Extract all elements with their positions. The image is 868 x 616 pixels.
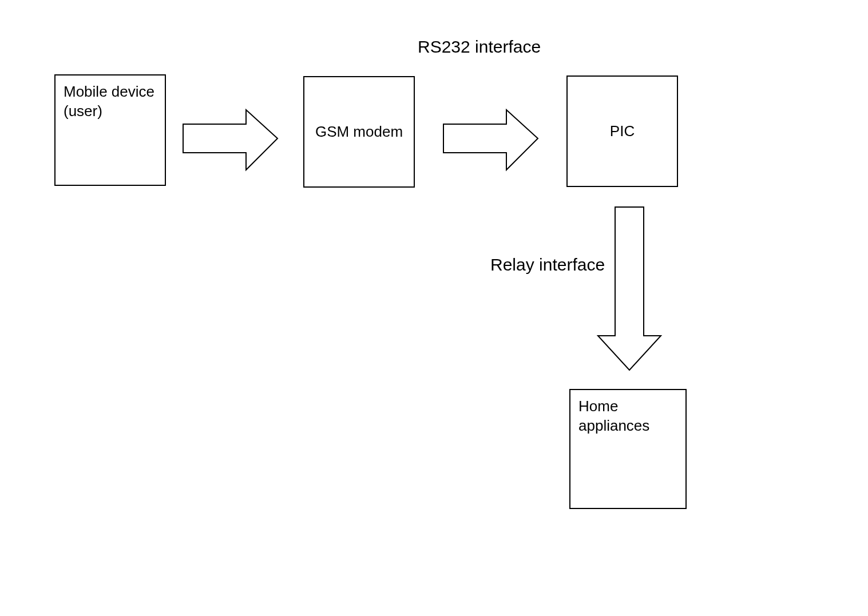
home-appliances-text: Home appliances [578,398,649,434]
mobile-device-box: Mobile device (user) [54,74,166,186]
pic-text: PIC [610,122,635,141]
gsm-modem-text: GSM modem [315,122,403,142]
relay-interface-label: Relay interface [490,255,605,275]
svg-marker-2 [598,207,661,370]
gsm-modem-box: GSM modem [303,76,415,188]
rs232-interface-label: RS232 interface [418,37,541,57]
home-appliances-box: Home appliances [569,389,687,509]
svg-marker-1 [443,110,538,170]
pic-box: PIC [566,75,678,187]
arrow-mobile-to-gsm [183,104,280,176]
arrow-pic-to-home [595,207,664,373]
arrow-gsm-to-pic [443,104,541,176]
svg-marker-0 [183,110,278,170]
mobile-device-text: Mobile device (user) [64,83,154,120]
